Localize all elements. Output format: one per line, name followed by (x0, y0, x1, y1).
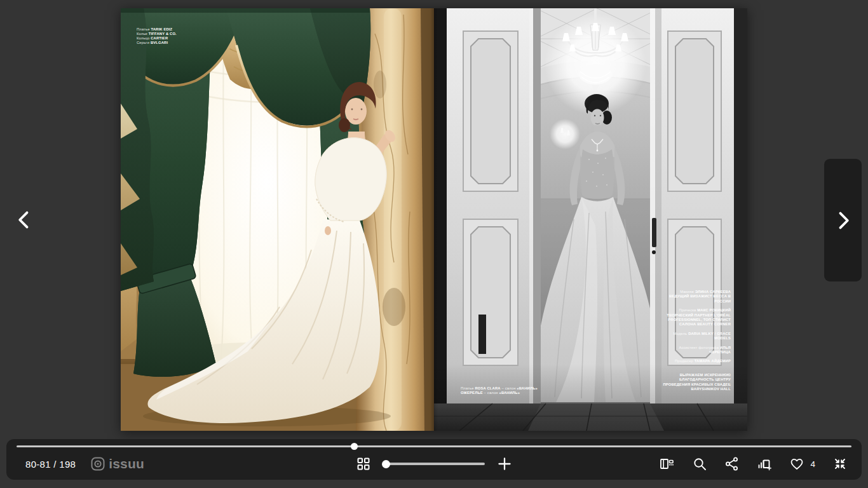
right-page[interactable]: Макияж ЭЛИНА САРКЕЕВА ВЕДУЩИЙ ВИЗАЖИСТ B… (434, 8, 747, 431)
like-button[interactable] (789, 456, 804, 471)
grid-view-button[interactable] (356, 457, 370, 471)
gratitude-note: ВЫРАЖАЕМ ИСКРЕННЮЮ БЛАГОДАРНОСТЬ ЦЕНТРУ … (660, 373, 731, 392)
heart-icon (789, 456, 804, 471)
search-icon (692, 456, 707, 471)
like-count: 4 (810, 459, 815, 469)
left-page[interactable]: Платье TARIK EDIZ Колье TIFFANY & CO. Ко… (121, 8, 434, 431)
grid-icon (356, 457, 370, 471)
issuu-brand[interactable]: issuu (91, 456, 144, 471)
reader-toolbar: 80-81 / 198 issuu (6, 439, 862, 480)
fullscreen-button[interactable] (832, 456, 848, 471)
like-group: 4 (789, 456, 815, 471)
zoom-in-button[interactable] (498, 457, 512, 471)
left-page-credits: Платье TARIK EDIZ Колье TIFFANY & CO. Ко… (137, 27, 177, 45)
previous-page-button[interactable] (6, 202, 42, 238)
issuu-brand-label: issuu (109, 456, 144, 471)
right-page-credits: Макияж ЭЛИНА САРКЕЕВА ВЕДУЩИЙ ВИЗАЖИСТ B… (660, 290, 731, 396)
zoom-slider[interactable] (383, 463, 485, 465)
left-page-photo (121, 8, 434, 431)
plus-icon (498, 457, 512, 471)
issuu-reader: Платье TARIK EDIZ Колье TIFFANY & CO. Ко… (0, 0, 868, 488)
scrubber-handle[interactable] (351, 443, 358, 450)
toolbar-center (356, 452, 512, 476)
issuu-logo-icon (91, 457, 105, 471)
toolbar-left: 80-81 / 198 issuu (25, 452, 144, 476)
share-icon (724, 456, 740, 471)
page-spread: Платье TARIK EDIZ Колье TIFFANY & CO. Ко… (121, 8, 747, 431)
search-button[interactable] (692, 456, 707, 471)
zoom-slider-knob[interactable] (382, 460, 390, 468)
add-to-stack-icon (757, 456, 772, 471)
next-page-button[interactable] (824, 159, 862, 281)
page-indicator: 80-81 / 198 (25, 459, 76, 470)
toolbar-right: 4 (659, 452, 848, 476)
chevron-left-icon (13, 209, 35, 231)
add-to-stack-button[interactable] (757, 456, 772, 471)
reading-progress-scrubber[interactable] (17, 445, 851, 447)
share-button[interactable] (724, 456, 740, 471)
right-page-bottom-credits: Платье ROSA CLARA – салон «ВАНИЛЬ» ОЖЕРЕ… (461, 386, 538, 396)
fullscreen-collapse-icon (832, 456, 848, 471)
toolbar-row: 80-81 / 198 issuu (6, 452, 862, 476)
read-more-icon (659, 456, 675, 471)
read-more-button[interactable] (659, 456, 675, 471)
chevron-right-icon (832, 210, 854, 231)
